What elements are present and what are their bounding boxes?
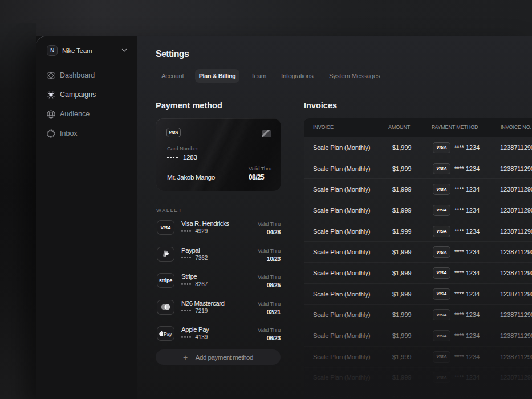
svg-text:Pay: Pay — [164, 331, 172, 337]
